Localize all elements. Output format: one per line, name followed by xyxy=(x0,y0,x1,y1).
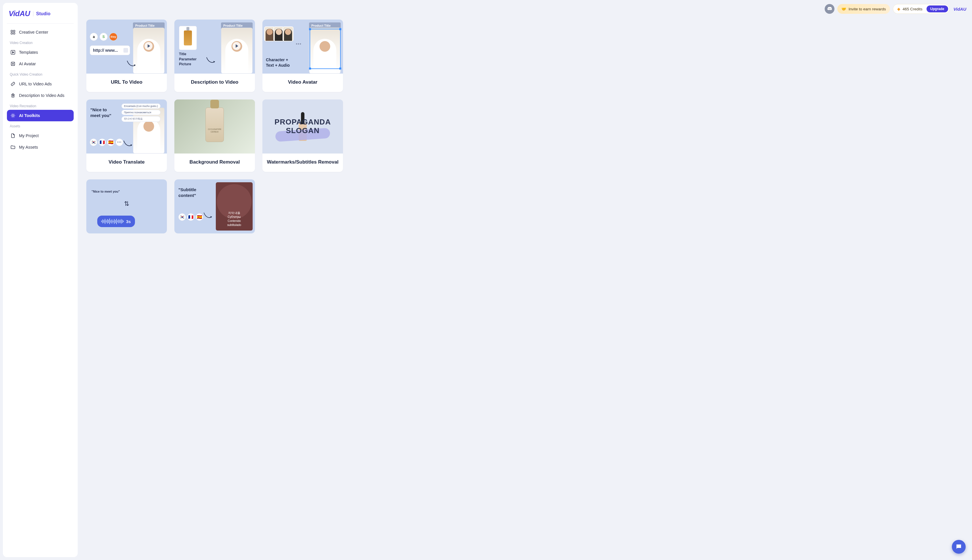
avatar-options xyxy=(266,27,293,42)
swap-icon: ⇅ xyxy=(124,200,129,208)
translation-bubbles: Encantado.(Con mucho gusto.) Приятно поз… xyxy=(121,103,161,122)
wm-scene: PROPAGANDA SLOGAN xyxy=(263,100,343,153)
card-watermark-removal[interactable]: PROPAGANDA SLOGAN Watermarks/Subtitles R… xyxy=(263,100,343,172)
url-sample: http:// www... xyxy=(90,45,130,55)
card-url-to-video[interactable]: Product Title The detailed description, … xyxy=(86,20,167,92)
flag-fr-icon: 🇫🇷 xyxy=(99,138,106,146)
flag-row: 🇰🇷 🇫🇷 🇪🇸 xyxy=(178,213,203,221)
nav-label: Creative Center xyxy=(19,30,49,35)
avatar-icon xyxy=(10,61,15,67)
quote: "Nice to meet you" xyxy=(90,107,111,119)
subtitle-lines: 자막 내용 Субтитры Contenido subtitulado xyxy=(219,211,250,227)
card-video-avatar[interactable]: Product Title The detailed description, … xyxy=(263,20,343,92)
folder-icon xyxy=(10,145,15,150)
svg-rect-0 xyxy=(11,30,12,32)
arrow-icon xyxy=(123,140,134,148)
sidebar-item-ai-toolkits[interactable]: AI Toolkits xyxy=(7,110,74,121)
brand-logo[interactable]: VidAU Studio xyxy=(7,8,74,22)
sidebar-item-my-project[interactable]: My Project xyxy=(7,130,74,142)
flag-es-icon: 🇪🇸 xyxy=(107,138,114,146)
svg-point-6 xyxy=(12,63,14,65)
avatar-caption: Character + Text + Audio xyxy=(266,57,290,68)
presenter-image xyxy=(221,28,253,73)
card-description-to-video[interactable]: Product Title The detailed description, … xyxy=(174,20,255,92)
overlay-text: PROPAGANDA SLOGAN xyxy=(274,118,331,135)
card-title: Description to Video xyxy=(174,73,255,92)
invite-label: Invite to earn rewards xyxy=(848,7,886,11)
sidebar-item-templates[interactable]: Templates xyxy=(7,47,74,58)
sidebar-item-description-to-video-ads[interactable]: Description to Video Ads xyxy=(7,90,74,101)
sidebar-item-my-assets[interactable]: My Assets xyxy=(7,142,74,153)
nav-label: AI Toolkits xyxy=(19,113,40,118)
brand-name: VidAU xyxy=(8,9,30,18)
thumb: PROPAGANDA SLOGAN xyxy=(263,100,343,153)
card-title: Background Removal xyxy=(174,153,255,172)
thumb: "Nice to meet you" Encantado.(Con mucho … xyxy=(86,100,167,153)
card-background-removal[interactable]: CCCUSIATIRE CERB1K Background Removal xyxy=(174,100,255,172)
svg-rect-3 xyxy=(13,33,15,34)
svg-marker-8 xyxy=(13,95,13,96)
card-title: Video Translate xyxy=(86,153,167,172)
arrow-icon xyxy=(203,212,214,221)
flag-kr-icon: 🇰🇷 xyxy=(90,138,97,146)
grid-icon xyxy=(10,30,15,35)
chat-button[interactable] xyxy=(952,540,966,554)
upgrade-button[interactable]: Upgrade xyxy=(927,5,948,12)
thumb: CCCUSIATIRE CERB1K xyxy=(174,100,255,153)
credits-label: 465 Credits xyxy=(903,7,922,11)
nav-label: Description to Video Ads xyxy=(19,93,64,98)
shopify-icon: S xyxy=(100,33,108,41)
thumb: Product Title The detailed description, … xyxy=(174,20,255,73)
discord-button[interactable] xyxy=(825,4,835,14)
section-video-creation: Video Creation xyxy=(7,38,74,47)
card-subtitle-translate[interactable]: "Subtitle content" 🇰🇷 🇫🇷 🇪🇸 자막 내용 Субтит… xyxy=(174,179,255,233)
flag-row: 🇰🇷 🇫🇷 🇪🇸 ••• xyxy=(90,138,123,146)
flag-fr-icon: 🇫🇷 xyxy=(187,213,194,221)
arrow-icon xyxy=(206,56,216,65)
sidebar-item-ai-avatar[interactable]: AI Avatar xyxy=(7,58,74,70)
brand-sub: Studio xyxy=(36,11,51,17)
arrow-icon xyxy=(127,60,137,68)
divider xyxy=(33,11,33,17)
product-image xyxy=(179,26,197,50)
bag-icon xyxy=(10,93,15,98)
flag-es-icon: 🇪🇸 xyxy=(196,213,203,221)
more-icon: ••• xyxy=(296,42,301,47)
nav-label: URL to Video Ads xyxy=(19,82,52,86)
link-icon xyxy=(10,82,15,87)
sparkle-icon xyxy=(10,113,15,118)
more-icon: ••• xyxy=(115,138,123,146)
presenter-image xyxy=(133,28,165,73)
product-bottle: CCCUSIATIRE CERB1K xyxy=(206,108,224,142)
etsy-icon: Etsy xyxy=(109,33,117,41)
thumb: Product Title The detailed description, … xyxy=(86,20,167,73)
template-icon xyxy=(10,50,15,55)
play-icon xyxy=(144,42,152,50)
svg-marker-5 xyxy=(13,52,14,53)
diamond-icon: ◆ xyxy=(897,7,900,11)
section-video-recreation: Video Recreation xyxy=(7,101,74,110)
selection-box xyxy=(310,29,341,69)
thumb: Product Title The detailed description, … xyxy=(263,20,343,73)
amazon-icon: a xyxy=(90,33,98,41)
svg-rect-2 xyxy=(11,33,12,34)
nav-label: My Project xyxy=(19,133,39,138)
svg-point-9 xyxy=(12,115,14,117)
bg-scene: CCCUSIATIRE CERB1K xyxy=(174,100,255,153)
credits-pill[interactable]: ◆ 465 Credits Upgrade xyxy=(893,4,950,14)
quote: "Nice to meet you" xyxy=(92,189,120,194)
sidebar-item-url-to-video-ads[interactable]: URL to Video Ads xyxy=(7,78,74,90)
audio-bubble: 3s xyxy=(97,216,135,227)
card-audio-clone[interactable]: "Nice to meet you" ⇅ 3s xyxy=(86,179,167,233)
brand-badge: VidAU xyxy=(954,7,966,12)
thumb: "Nice to meet you" ⇅ 3s xyxy=(86,179,167,233)
duration: 3s xyxy=(126,219,131,224)
svg-rect-1 xyxy=(13,30,15,32)
card-title: Watermarks/Subtitles Removal xyxy=(263,153,343,172)
sidebar-item-creative-center[interactable]: Creative Center xyxy=(7,27,74,38)
invite-button[interactable]: 🤝 Invite to earn rewards xyxy=(837,4,890,14)
card-video-translate[interactable]: "Nice to meet you" Encantado.(Con mucho … xyxy=(86,100,167,172)
marketplace-icons: a S Etsy xyxy=(90,33,130,41)
card-title: URL To Video xyxy=(86,73,167,92)
card-title: Video Avatar xyxy=(263,73,343,92)
